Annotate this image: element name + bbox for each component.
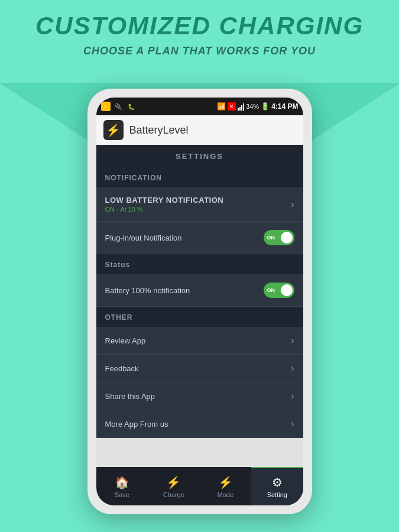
list-item[interactable]: Share this App › [96,382,303,410]
nav-item-setting[interactable]: ⚙ Setting [251,467,303,505]
nav-item-save[interactable]: 🏠 Save [96,467,148,505]
status-icons-right: 📶 ✕ 34% 🔋 4:14 PM [217,102,298,111]
settings-container: SETTINGS NOTIFICATION LOW BATTERY NOTIFI… [96,145,303,438]
bottom-nav: 🏠 Save ⚡ Charge ⚡ Mode ⚙ Setting [96,467,303,505]
mode-icon: ⚡ [218,475,233,489]
setting-label: Setting [267,491,287,498]
battery-percent: 34% [246,103,259,110]
nav-item-charge[interactable]: ⚡ Charge [148,467,200,505]
signal-bars [238,102,244,111]
section-other-header: OTHER [96,307,303,327]
app-title-bar: ⚡ BatteryLevel [96,115,303,145]
toggle-knob-2 [281,284,293,296]
sub-title: CHOOSE A PLAN THAT WORKS FOR YOU [0,45,399,57]
x-icon: ✕ [228,102,236,111]
signal-bar-1 [238,108,239,111]
toggle-knob [281,232,293,244]
screen-content: SETTINGS NOTIFICATION LOW BATTERY NOTIFI… [96,145,303,467]
save-icon: 🏠 [115,475,129,489]
review-app-title: Review App [105,336,146,345]
phone-inner: ⚡ 🔌 🐛 📶 ✕ 34% 🔋 4:14 PM [96,98,303,505]
battery100-title: Battery 100% notification [105,286,190,295]
low-battery-item: LOW BATTERY NOTIFICATION ON - At 10 % [105,196,291,213]
chevron-icon: › [291,419,294,429]
signal-bar-4 [243,103,244,111]
nav-item-mode[interactable]: ⚡ Mode [200,467,252,505]
app-title-text: BatteryLevel [129,124,189,137]
battery-icon: 🔋 [261,102,270,111]
chevron-icon: › [291,363,294,374]
phone-screen: ⚡ 🔌 🐛 📶 ✕ 34% 🔋 4:14 PM [96,98,303,505]
header-section: CUSTOMIZED CHARGING CHOOSE A PLAN THAT W… [0,12,399,57]
save-label: Save [115,491,129,498]
chevron-icon: › [291,391,294,401]
charge-icon: ⚡ [166,475,181,489]
list-item[interactable]: More App From us › [96,410,303,438]
list-item[interactable]: LOW BATTERY NOTIFICATION ON - At 10 % › [96,187,303,222]
low-battery-title: LOW BATTERY NOTIFICATION [105,196,291,205]
signal-bar-2 [239,107,241,111]
other-label: OTHER [105,313,133,322]
list-item[interactable]: Plug-in/out Notification [96,222,303,254]
more-apps-title: More App From us [105,420,168,429]
plugin-toggle[interactable] [264,230,294,245]
wifi-icon: 📶 [217,102,226,111]
list-item[interactable]: Battery 100% notification [96,274,303,307]
status-time: 4:14 PM [271,102,298,111]
usb-icon: 🔌 [113,101,124,112]
main-title: CUSTOMIZED CHARGING [0,12,399,40]
section-status-header: Status [96,254,303,274]
phone-mockup: ⚡ 🔌 🐛 📶 ✕ 34% 🔋 4:14 PM [87,89,312,514]
charging-icon: ⚡ [101,102,111,111]
share-app-title: Share this App [105,392,155,401]
settings-header-text: SETTINGS [176,152,223,161]
bug-icon: 🐛 [126,101,137,112]
app-bolt-icon: ⚡ [106,123,121,137]
status-label: Status [105,261,131,269]
low-battery-subtitle: ON - At 10 % [105,206,291,213]
feedback-title: Feedback [105,364,139,373]
app-icon: ⚡ [103,120,124,140]
status-bar: ⚡ 🔌 🐛 📶 ✕ 34% 🔋 4:14 PM [96,98,303,115]
charge-label: Charge [163,491,184,498]
plugin-title: Plug-in/out Notification [105,233,182,242]
battery100-toggle[interactable] [264,283,294,298]
chevron-icon: › [291,335,294,346]
settings-header: SETTINGS [96,145,303,167]
status-icons-left: ⚡ 🔌 🐛 [101,101,137,112]
list-item[interactable]: Review App › [96,327,303,355]
notification-label: NOTIFICATION [105,174,162,182]
list-item[interactable]: Feedback › [96,355,303,382]
setting-icon: ⚙ [272,475,283,489]
signal-bar-3 [241,105,242,111]
section-notification-header: NOTIFICATION [96,167,303,187]
mode-label: Mode [217,491,233,498]
chevron-icon: › [291,199,294,210]
